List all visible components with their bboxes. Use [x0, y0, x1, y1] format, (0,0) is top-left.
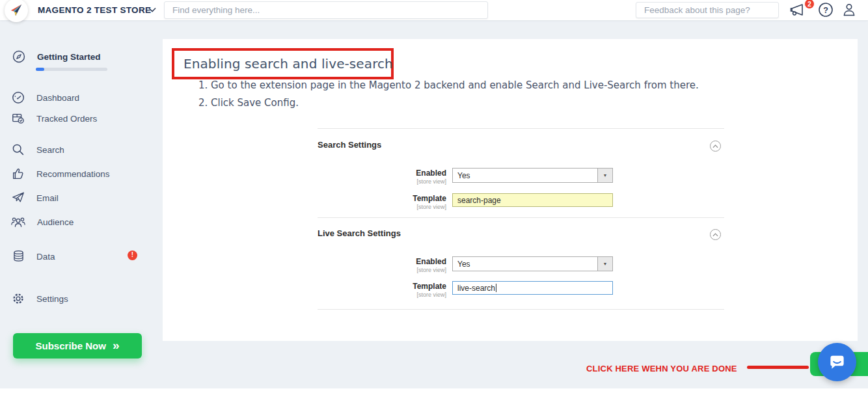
field-label-text: Enabled — [318, 169, 446, 178]
subscribe-now-button[interactable]: Subscribe Now » — [13, 333, 142, 359]
enabled-select[interactable]: Yes ▼ — [452, 168, 613, 183]
question-mark-icon: ? — [818, 2, 834, 18]
gear-icon — [11, 291, 25, 306]
sidebar-item-search[interactable]: Search — [11, 142, 64, 157]
help-button[interactable]: ? — [818, 2, 834, 20]
template-input-highlighted[interactable]: search-page — [452, 193, 613, 207]
progress-fill — [36, 68, 44, 71]
field-label-text: Enabled — [318, 257, 446, 266]
field-label-text: Template — [318, 194, 446, 203]
sidebar-item-label: Search — [36, 145, 64, 155]
paper-plane-icon — [11, 191, 25, 205]
sidebar-item-label: Getting Started — [37, 52, 101, 62]
sidebar-item-tracked-orders[interactable]: Tracked Orders — [11, 111, 97, 126]
bottom-strip — [0, 388, 868, 406]
chevron-down-icon[interactable] — [148, 7, 156, 12]
chat-launcher-button[interactable] — [818, 343, 856, 381]
field-label-template: Template [store view] — [318, 194, 446, 210]
config-divider — [318, 309, 724, 310]
subscribe-label: Subscribe Now — [36, 340, 106, 351]
dashboard-gauge-icon — [11, 90, 25, 105]
collapse-section-button[interactable] — [710, 229, 721, 240]
collapse-section-button[interactable] — [710, 141, 721, 152]
sidebar-item-settings[interactable]: Settings — [11, 291, 68, 306]
field-scope-text: [store view] — [318, 267, 446, 273]
sidebar-item-label: Recommendations — [36, 169, 110, 179]
sidebar-item-label: Email — [36, 193, 59, 203]
brand-logo[interactable] — [5, 0, 28, 22]
database-icon — [12, 249, 25, 264]
template-input-focused[interactable]: live-search — [452, 281, 613, 295]
config-divider — [318, 128, 724, 129]
step-item: Go to the extension page in the Magento … — [211, 79, 756, 91]
chevron-up-icon — [712, 144, 718, 148]
click-here-annotation: CLICK HERE WEHN YOU ARE DONE — [586, 364, 737, 373]
sidebar-item-recommendations[interactable]: Recommendations — [11, 167, 110, 181]
sidebar-item-label: Audience — [37, 217, 74, 227]
double-chevron-right-icon: » — [113, 339, 120, 351]
chevron-up-icon — [712, 233, 718, 237]
sidebar-item-data[interactable]: Data — [12, 249, 55, 264]
select-value: Yes — [453, 260, 597, 269]
config-section-title: Search Settings — [318, 140, 381, 150]
input-value: live-search — [457, 284, 495, 293]
search-icon — [11, 142, 25, 157]
select-value: Yes — [453, 171, 597, 180]
field-scope-text: [store view] — [318, 291, 446, 298]
field-label-enabled: Enabled [store view] — [318, 169, 446, 185]
feedback-input[interactable] — [636, 2, 779, 18]
sidebar-item-email[interactable]: Email — [11, 191, 59, 205]
page-title: Enabling search and live-search — [183, 56, 393, 72]
select-arrow-icon[interactable]: ▼ — [597, 257, 612, 271]
sidebar-item-getting-started[interactable]: Getting Started — [12, 49, 101, 64]
paper-plane-logo-icon — [9, 3, 23, 18]
sidebar-item-label: Data — [36, 252, 55, 262]
field-label-template: Template [store view] — [318, 282, 446, 298]
top-header-bar: MAGENTO 2 TEST STORE 2 ? — [0, 0, 868, 20]
sidebar-item-label: Tracked Orders — [36, 114, 97, 124]
people-group-icon — [10, 215, 26, 229]
text-cursor — [496, 284, 496, 292]
enabled-select[interactable]: Yes ▼ — [452, 256, 613, 271]
thumbs-up-icon — [11, 167, 25, 181]
getting-started-progress — [36, 68, 107, 71]
person-icon — [841, 2, 857, 18]
app-window: MAGENTO 2 TEST STORE 2 ? — [0, 0, 868, 406]
config-section-title: Live Search Settings — [318, 228, 401, 238]
field-label-enabled: Enabled [store view] — [318, 257, 446, 273]
sidebar-item-dashboard[interactable]: Dashboard — [11, 90, 79, 105]
order-box-check-icon — [11, 111, 25, 126]
instruction-steps: Go to the extension page in the Magento … — [197, 79, 756, 115]
global-search-input[interactable] — [164, 1, 488, 19]
input-value: search-page — [457, 196, 501, 205]
svg-text:?: ? — [823, 6, 828, 15]
select-arrow-icon[interactable]: ▼ — [597, 169, 612, 182]
field-scope-text: [store view] — [318, 204, 446, 210]
account-button[interactable] — [841, 2, 857, 20]
config-divider — [318, 217, 724, 218]
store-name[interactable]: MAGENTO 2 TEST STORE — [38, 5, 151, 15]
compass-icon — [12, 49, 26, 64]
data-alert-badge: ! — [128, 250, 137, 260]
step-item: Click Save Config. — [211, 97, 756, 109]
sidebar-item-audience[interactable]: Audience — [10, 215, 74, 229]
sidebar-item-label: Dashboard — [36, 93, 79, 103]
field-scope-text: [store view] — [318, 178, 446, 185]
chat-bubble-icon — [828, 353, 846, 371]
sidebar-item-label: Settings — [36, 294, 68, 304]
field-label-text: Template — [318, 282, 446, 291]
main-content-card: Enabling search and live-search Go to th… — [163, 39, 858, 341]
notification-count-badge: 2 — [804, 0, 815, 9]
red-arrow-annotation — [747, 366, 809, 369]
